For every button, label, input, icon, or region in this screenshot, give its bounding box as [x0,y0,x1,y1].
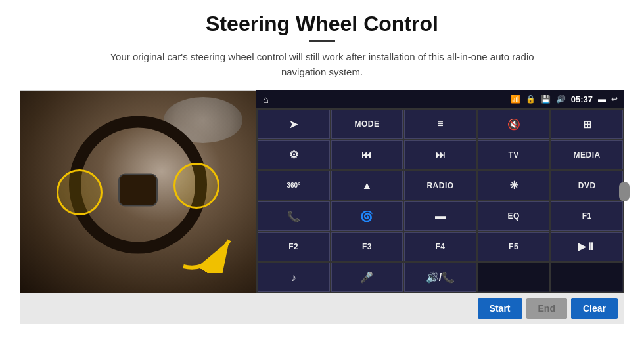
ctrl-btn-r1c1[interactable]: ➤ [258,110,330,139]
ctrl-btn-r4c4[interactable]: EQ [478,201,550,231]
ctrl-btn-r6c2[interactable]: 🎤 [331,262,403,292]
ctrl-btn-r5c5[interactable]: ▶⏸ [551,232,623,262]
bottom-bar: Start End Clear [20,293,624,324]
clear-button[interactable]: Clear [571,298,618,319]
ctrl-btn-r4c2[interactable]: 🌀 [331,201,403,231]
ctrl-btn-r1c5[interactable]: ⊞ [551,110,623,139]
ctrl-btn-r6c5[interactable] [551,262,623,292]
ctrl-btn-r5c3[interactable]: F4 [404,232,476,262]
home-icon[interactable]: ⌂ [263,94,269,105]
ctrl-btn-r1c3[interactable]: ≡ [404,110,476,139]
ctrl-btn-r5c2[interactable]: F3 [331,232,403,262]
ctrl-btn-r3c3[interactable]: RADIO [404,171,476,200]
control-button-grid: ➤MODE≡🔇⊞⚙⏮⏭TVMEDIA360°▲RADIO☀DVD📞🌀▬EQF1F… [256,108,624,293]
ctrl-btn-r2c4[interactable]: TV [478,140,550,170]
start-button[interactable]: Start [478,298,522,319]
steering-wheel-image [20,90,256,293]
ctrl-btn-r2c5[interactable]: MEDIA [551,140,623,170]
lock-icon: 🔒 [526,94,536,104]
bt-icon: 🔊 [556,94,566,104]
ctrl-btn-r6c1[interactable]: ♪ [258,262,330,292]
ctrl-btn-r1c4[interactable]: 🔇 [478,110,550,139]
wifi-icon: 📶 [511,94,520,104]
ctrl-btn-r4c5[interactable]: F1 [551,201,623,231]
page-container: Steering Wheel Control Your original car… [0,0,644,357]
page-title: Steering Wheel Control [206,12,438,36]
status-bar-right: 📶 🔒 💾 🔊 05:37 ▬ ↩ [511,94,618,104]
end-button[interactable]: End [526,298,567,319]
content-row: ⌂ 📶 🔒 💾 🔊 05:37 ▬ ↩ ➤MODE≡🔇⊞⚙⏮⏭TVMEDIA36… [20,90,624,293]
ctrl-btn-r3c2[interactable]: ▲ [331,171,403,200]
ctrl-btn-r5c1[interactable]: F2 [258,232,330,262]
ctrl-btn-r6c4[interactable] [478,262,550,292]
ctrl-btn-r4c3[interactable]: ▬ [404,201,476,231]
highlight-right-buttons [173,163,219,209]
ctrl-btn-r2c1[interactable]: ⚙ [258,140,330,170]
page-subtitle: Your original car's steering wheel contr… [92,50,552,79]
ctrl-btn-r1c2[interactable]: MODE [331,110,403,139]
control-panel: ⌂ 📶 🔒 💾 🔊 05:37 ▬ ↩ ➤MODE≡🔇⊞⚙⏮⏭TVMEDIA36… [256,90,624,293]
ctrl-btn-r3c4[interactable]: ☀ [478,171,550,200]
ctrl-btn-r6c3[interactable]: 🔊/📞 [404,262,476,292]
back-icon[interactable]: ↩ [611,94,618,104]
highlight-left-buttons [57,169,103,215]
ctrl-btn-r3c1[interactable]: 360° [258,171,330,200]
steering-hub [118,174,158,207]
status-bar-left: ⌂ [263,94,269,105]
ctrl-btn-r3c5[interactable]: DVD [551,171,623,200]
screen-icon[interactable]: ▬ [598,94,606,104]
ctrl-btn-r5c4[interactable]: F5 [478,232,550,262]
ctrl-btn-r4c1[interactable]: 📞 [258,201,330,231]
title-divider [309,40,335,42]
ctrl-btn-r2c2[interactable]: ⏮ [331,140,403,170]
status-bar: ⌂ 📶 🔒 💾 🔊 05:37 ▬ ↩ [256,90,624,108]
time-display: 05:37 [571,94,593,104]
scroll-indicator[interactable] [619,182,630,201]
sd-icon: 💾 [541,94,551,104]
ctrl-btn-r2c3[interactable]: ⏭ [404,140,476,170]
arrow-indicator [177,227,242,273]
